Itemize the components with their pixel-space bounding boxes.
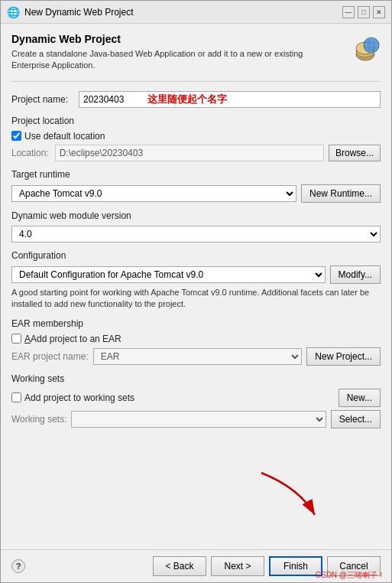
web-module-version-group: Dynamic web module version 4.0 3.1 3.0 2… — [11, 210, 381, 243]
watermark: CSDN @三啫喇子！ — [316, 570, 385, 581]
use-default-location-label: Use default location — [24, 131, 105, 142]
use-default-location-row: Use default location — [11, 131, 381, 142]
main-window: 🌐 New Dynamic Web Project — □ ✕ Dynamic … — [0, 0, 392, 583]
project-name-row: Project name: 这里随便起个名字 — [11, 91, 381, 108]
next-button[interactable]: Next > — [211, 556, 264, 576]
add-to-working-sets-label: Add project to working sets — [24, 392, 134, 403]
target-runtime-select[interactable]: Apache Tomcat v9.0 — [11, 185, 296, 202]
header-title: Dynamic Web Project — [11, 33, 342, 45]
target-runtime-group: Target runtime Apache Tomcat v9.0 New Ru… — [11, 169, 381, 203]
help-button[interactable]: ? — [11, 559, 25, 573]
header-text: Dynamic Web Project Create a standalone … — [11, 33, 342, 72]
working-sets-group: Working sets Add project to working sets… — [11, 373, 381, 428]
project-location-group: Project location Use default location Lo… — [11, 116, 381, 161]
new-working-set-button[interactable]: New... — [339, 389, 381, 407]
title-buttons: — □ ✕ — [342, 6, 385, 18]
project-name-label: Project name: — [11, 94, 73, 105]
working-sets-select-row: Working sets: Select... — [11, 410, 381, 428]
window-title: New Dynamic Web Project — [24, 7, 134, 18]
target-runtime-label: Target runtime — [11, 169, 381, 180]
divider-1 — [11, 81, 381, 82]
maximize-button[interactable]: □ — [358, 6, 370, 18]
configuration-select[interactable]: Default Configuration for Apache Tomcat … — [11, 266, 326, 283]
web-module-version-label: Dynamic web module version — [11, 210, 381, 221]
select-working-set-button[interactable]: Select... — [331, 410, 381, 428]
add-to-ear-checkbox[interactable] — [11, 334, 21, 344]
working-sets-label: Working sets — [11, 373, 381, 384]
modify-button[interactable]: Modify... — [330, 265, 381, 284]
ear-project-name-label: EAR project name: — [11, 351, 89, 362]
working-sets-select-label: Working sets: — [11, 414, 66, 425]
add-to-working-sets-row: Add project to working sets — [11, 392, 134, 403]
location-row: Location: Browse... — [11, 145, 381, 161]
web-module-version-select[interactable]: 4.0 3.1 3.0 2.5 — [11, 226, 381, 243]
configuration-desc: A good starting point for working with A… — [11, 287, 381, 311]
location-label: Location: — [11, 148, 49, 158]
new-project-button[interactable]: New Project... — [306, 347, 381, 366]
ear-project-row: EAR project name: EAR New Project... — [11, 347, 381, 366]
project-name-input-wrapper: 这里随便起个名字 — [79, 91, 381, 108]
add-to-working-sets-checkbox[interactable] — [11, 392, 21, 402]
ear-membership-group: EAR membership AAdd project to an EAR EA… — [11, 318, 381, 366]
header-icon — [350, 33, 381, 64]
add-to-ear-row: AAdd project to an EAR — [11, 334, 381, 344]
header-section: Dynamic Web Project Create a standalone … — [11, 33, 381, 72]
configuration-group: Configuration Default Configuration for … — [11, 250, 381, 311]
working-sets-top-row: Add project to working sets New... — [11, 389, 381, 407]
bottom-left: ? — [11, 559, 25, 573]
finish-button[interactable]: Finish — [269, 556, 322, 576]
new-runtime-button[interactable]: New Runtime... — [301, 184, 381, 203]
project-name-input[interactable] — [79, 91, 381, 108]
header-desc: Create a standalone Java-based Web Appli… — [11, 48, 342, 72]
back-button[interactable]: < Back — [153, 556, 206, 576]
location-input[interactable] — [55, 145, 324, 161]
project-location-label: Project location — [11, 116, 381, 126]
add-to-ear-label: AAdd project to an EAR — [24, 334, 121, 344]
content-area: Dynamic Web Project Create a standalone … — [1, 24, 391, 549]
working-sets-select[interactable] — [71, 411, 326, 428]
title-bar-left: 🌐 New Dynamic Web Project — [7, 6, 134, 18]
ear-project-select[interactable]: EAR — [93, 348, 303, 365]
use-default-location-checkbox[interactable] — [11, 131, 21, 141]
add-to-ear-underline: A — [24, 334, 31, 344]
bottom-bar: ? < Back Next > Finish Cancel CSDN @三啫喇子… — [1, 549, 391, 582]
target-runtime-row: Apache Tomcat v9.0 New Runtime... — [11, 184, 381, 203]
project-name-group: Project name: 这里随便起个名字 — [11, 91, 381, 108]
configuration-row: Default Configuration for Apache Tomcat … — [11, 265, 381, 284]
close-button[interactable]: ✕ — [373, 6, 385, 18]
title-bar: 🌐 New Dynamic Web Project — □ ✕ — [1, 1, 391, 24]
window-icon: 🌐 — [7, 6, 20, 18]
minimize-button[interactable]: — — [342, 6, 355, 18]
configuration-label: Configuration — [11, 250, 381, 261]
ear-membership-label: EAR membership — [11, 318, 381, 329]
browse-button[interactable]: Browse... — [329, 145, 381, 161]
